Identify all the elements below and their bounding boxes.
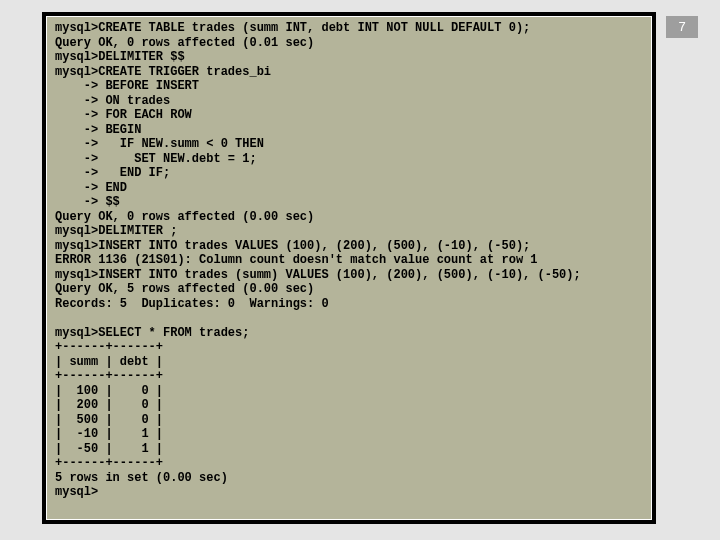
page-number-badge: 7 <box>666 16 698 38</box>
terminal-body: mysql>CREATE TABLE trades (summ INT, deb… <box>47 17 651 519</box>
terminal-frame: mysql>CREATE TABLE trades (summ INT, deb… <box>42 12 656 524</box>
slide: 7 mysql>CREATE TABLE trades (summ INT, d… <box>0 0 720 540</box>
terminal-output: mysql>CREATE TABLE trades (summ INT, deb… <box>55 21 645 500</box>
